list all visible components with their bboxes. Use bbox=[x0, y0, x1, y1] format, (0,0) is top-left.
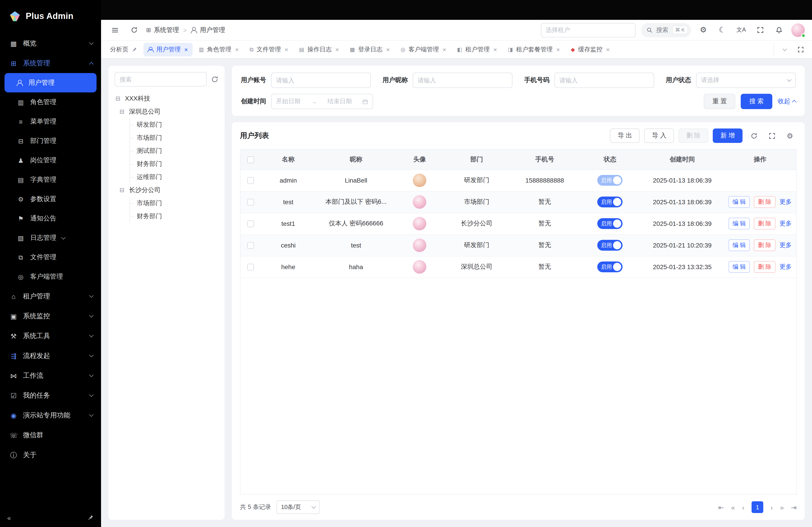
tree-leaf[interactable]: 研发部门 bbox=[130, 118, 218, 131]
more-button[interactable]: 更多 bbox=[780, 263, 792, 271]
notifications-button[interactable] bbox=[772, 23, 786, 37]
row-delete-button[interactable]: 删 除 bbox=[754, 261, 775, 273]
tenant-select-input[interactable] bbox=[541, 23, 635, 37]
sidebar-subitem-clients[interactable]: ◎ 客户端管理 bbox=[4, 267, 97, 286]
tab-role-management[interactable]: ▥ 角色管理 × bbox=[194, 43, 243, 56]
tab-operation-log[interactable]: ▤ 操作日志 × bbox=[294, 43, 344, 56]
import-button[interactable]: 导 入 bbox=[644, 129, 674, 143]
tabs-fullscreen-button[interactable] bbox=[794, 43, 808, 56]
global-search-button[interactable]: 搜索 ⌘ K bbox=[641, 23, 691, 37]
dark-mode-button[interactable]: ☾ bbox=[715, 23, 729, 37]
tab-client-management[interactable]: ◎ 客户端管理 × bbox=[396, 43, 451, 56]
tree-leaf[interactable]: 财务部门 bbox=[130, 210, 218, 223]
breadcrumb-item-system[interactable]: ⊞ 系统管理 bbox=[146, 26, 179, 34]
row-checkbox[interactable] bbox=[247, 242, 254, 249]
close-icon[interactable]: × bbox=[443, 46, 446, 52]
tree-leaf[interactable]: 运维部门 bbox=[130, 170, 218, 183]
fullscreen-button[interactable] bbox=[753, 23, 767, 37]
page-1-button[interactable]: 1 bbox=[752, 501, 763, 513]
date-range-picker[interactable]: 开始日期 → 结束日期 bbox=[271, 94, 373, 109]
tree-leaf[interactable]: 市场部门 bbox=[130, 197, 218, 210]
sidebar-subitem-department[interactable]: ⊟ 部门管理 bbox=[4, 131, 97, 151]
status-toggle[interactable]: 启用 bbox=[597, 261, 623, 272]
sidebar-item-wechat[interactable]: ☏ 微信群 bbox=[0, 425, 101, 445]
sidebar-subitem-files[interactable]: ⧉ 文件管理 bbox=[4, 247, 97, 267]
close-icon[interactable]: × bbox=[556, 46, 560, 52]
close-icon[interactable]: × bbox=[235, 46, 238, 52]
sidebar-item-workflow[interactable]: ⋈ 工作流 bbox=[0, 366, 101, 386]
breadcrumb-item-user[interactable]: 用户管理 bbox=[191, 26, 225, 34]
tree-node-changsha[interactable]: ⊟ 长沙分公司 bbox=[119, 183, 218, 197]
more-button[interactable]: 更多 bbox=[780, 198, 792, 206]
tree-node-shenzhen[interactable]: ⊟ 深圳总公司 bbox=[119, 105, 218, 118]
tab-login-log[interactable]: ▩ 登录日志 × bbox=[345, 43, 394, 56]
tab-tenant-management[interactable]: ◧ 租户管理 × bbox=[452, 43, 502, 56]
tree-search-input[interactable] bbox=[115, 72, 207, 87]
export-button[interactable]: 导 出 bbox=[610, 129, 640, 143]
collapse-icon[interactable]: ⊟ bbox=[119, 187, 126, 193]
menu-toggle-button[interactable] bbox=[108, 23, 122, 37]
sidebar-subitem-parameters[interactable]: ⚙ 参数设置 bbox=[4, 189, 97, 209]
tab-cache-monitor[interactable]: ◆ 缓存监控 × bbox=[566, 43, 614, 56]
sidebar-item-system[interactable]: ⊞ 系统管理 bbox=[0, 53, 101, 73]
sidebar-subitem-notice[interactable]: ⚑ 通知公告 bbox=[4, 209, 97, 228]
sidebar-subitem-role[interactable]: ▥ 角色管理 bbox=[4, 92, 97, 112]
tabs-dropdown-button[interactable] bbox=[778, 43, 791, 56]
avatar[interactable] bbox=[791, 23, 805, 37]
table-fullscreen-button[interactable] bbox=[765, 129, 779, 142]
tree-refresh-button[interactable] bbox=[211, 76, 218, 83]
more-button[interactable]: 更多 bbox=[780, 241, 792, 249]
next-page-button[interactable]: › bbox=[770, 504, 773, 511]
tab-tenant-package[interactable]: ◨ 租户套餐管理 × bbox=[504, 43, 565, 56]
status-toggle[interactable]: 启用 bbox=[597, 197, 623, 207]
sidebar-collapse-button[interactable]: « bbox=[7, 514, 11, 521]
close-icon[interactable]: × bbox=[606, 46, 610, 52]
column-settings-button[interactable]: ⚙ bbox=[783, 129, 797, 142]
close-icon[interactable]: × bbox=[386, 46, 390, 52]
collapse-icon[interactable]: ⊟ bbox=[115, 95, 121, 102]
first-page-button[interactable]: ⇤ bbox=[718, 504, 724, 511]
more-button[interactable]: 更多 bbox=[780, 220, 792, 228]
row-checkbox[interactable] bbox=[247, 264, 254, 271]
sidebar-subitem-logs[interactable]: ▧ 日志管理 bbox=[4, 228, 97, 247]
status-select[interactable]: 请选择 bbox=[696, 73, 796, 88]
tree-leaf[interactable]: 财务部门 bbox=[130, 157, 218, 170]
edit-button[interactable]: 编 辑 bbox=[728, 196, 750, 208]
prev-5-pages-button[interactable]: « bbox=[731, 504, 735, 511]
delete-button[interactable]: 删 除 bbox=[679, 129, 708, 143]
close-icon[interactable]: × bbox=[285, 46, 288, 52]
sidebar-item-tenant[interactable]: ⌂ 租户管理 bbox=[0, 286, 101, 306]
sidebar-item-process[interactable]: ⇶ 流程发起 bbox=[0, 346, 101, 366]
sidebar-subitem-dictionary[interactable]: ▤ 字典管理 bbox=[4, 170, 97, 189]
language-button[interactable]: 文A bbox=[735, 23, 748, 37]
sidebar-subitem-menu[interactable]: ≡ 菜单管理 bbox=[4, 112, 97, 131]
refresh-page-button[interactable] bbox=[127, 23, 141, 37]
reset-button[interactable]: 重 置 bbox=[704, 94, 735, 109]
search-button[interactable]: 搜 索 bbox=[741, 94, 772, 109]
page-size-select[interactable]: 10条/页 bbox=[277, 500, 320, 514]
collapse-icon[interactable]: ⊟ bbox=[119, 108, 126, 115]
edit-button[interactable]: 编 辑 bbox=[728, 239, 750, 251]
tree-leaf[interactable]: 市场部门 bbox=[130, 131, 218, 144]
tab-analysis[interactable]: 分析页 bbox=[105, 43, 142, 56]
sidebar-item-monitor[interactable]: ▣ 系统监控 bbox=[0, 306, 101, 326]
account-input[interactable] bbox=[271, 73, 371, 88]
row-checkbox[interactable] bbox=[247, 199, 254, 206]
phone-input[interactable] bbox=[554, 73, 654, 88]
sidebar-item-demo[interactable]: ◉ 演示站专用功能 bbox=[0, 405, 101, 425]
sidebar-item-tools[interactable]: ⚒ 系统工具 bbox=[0, 326, 101, 346]
status-toggle[interactable]: 启用 bbox=[597, 175, 623, 186]
sidebar-item-about[interactable]: ⓘ 关于 bbox=[0, 445, 101, 465]
tab-file-management[interactable]: ⧉ 文件管理 × bbox=[245, 43, 293, 56]
status-toggle[interactable]: 启用 bbox=[597, 218, 623, 229]
close-icon[interactable]: × bbox=[493, 46, 497, 52]
edit-button[interactable]: 编 辑 bbox=[728, 261, 750, 273]
row-delete-button[interactable]: 删 除 bbox=[754, 196, 775, 208]
collapse-filter-link[interactable]: 收起 bbox=[778, 97, 796, 105]
row-delete-button[interactable]: 删 除 bbox=[754, 218, 775, 229]
tree-node-root[interactable]: ⊟ XXX科技 bbox=[115, 92, 218, 105]
sidebar-item-tasks[interactable]: ☑ 我的任务 bbox=[0, 386, 101, 405]
prev-page-button[interactable]: ‹ bbox=[742, 504, 744, 511]
sidebar-subitem-post[interactable]: ♟ 岗位管理 bbox=[4, 151, 97, 170]
row-delete-button[interactable]: 删 除 bbox=[754, 239, 775, 251]
